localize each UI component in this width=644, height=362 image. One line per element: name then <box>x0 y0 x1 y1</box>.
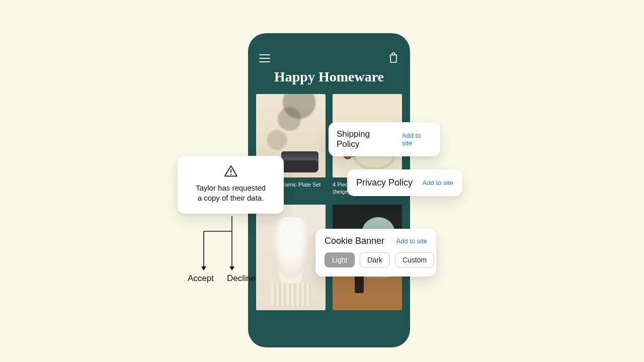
shipping-policy-title: Shipping Policy <box>337 129 394 149</box>
data-request-message: Taylor has requested a copy of their dat… <box>185 183 277 204</box>
accept-button[interactable]: Accept <box>188 274 214 284</box>
phone-top-bar <box>248 33 410 63</box>
cart-icon[interactable] <box>388 51 399 63</box>
warning-icon <box>224 165 238 177</box>
data-request-card: Taylor has requested a copy of their dat… <box>178 156 284 214</box>
cookie-option-light[interactable]: Light <box>325 252 355 267</box>
shipping-policy-card: Shipping Policy Add to site <box>329 122 440 156</box>
privacy-policy-add-link[interactable]: Add to site <box>423 179 453 187</box>
menu-icon[interactable] <box>259 54 270 62</box>
cookie-option-custom[interactable]: Custom <box>395 252 434 267</box>
privacy-policy-card: Privacy Policy Add to site <box>347 169 462 196</box>
cookie-option-dark[interactable]: Dark <box>360 252 390 267</box>
cookie-banner-card: Cookie Banner Add to site Light Dark Cus… <box>315 229 436 277</box>
cookie-banner-title: Cookie Banner <box>325 236 384 246</box>
cookie-banner-options: Light Dark Custom <box>325 252 427 267</box>
privacy-policy-title: Privacy Policy <box>356 177 413 188</box>
shop-title: Happy Homeware <box>263 69 395 85</box>
shipping-policy-add-link[interactable]: Add to site <box>402 132 432 147</box>
decline-button[interactable]: Decline <box>227 274 256 284</box>
svg-point-1 <box>230 174 231 175</box>
cookie-banner-add-link[interactable]: Add to site <box>396 237 427 245</box>
